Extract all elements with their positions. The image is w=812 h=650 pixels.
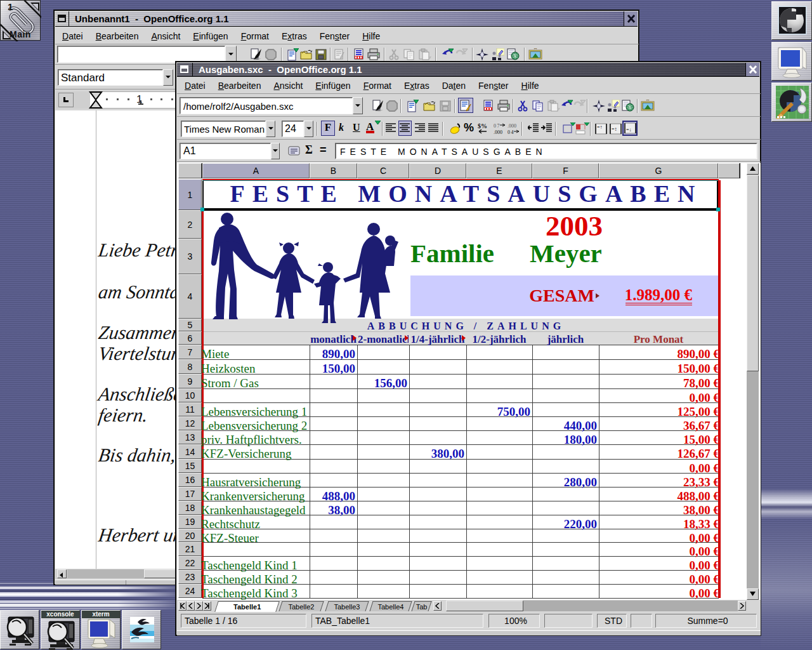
svg-text:=↓: =↓ — [626, 127, 632, 133]
svg-text:=↑: =↑ — [597, 124, 603, 130]
svg-text:$%: $% — [478, 123, 487, 129]
svg-text:0 7: 0 7 — [494, 123, 500, 129]
svg-text:0 4: 0 4 — [508, 129, 514, 135]
svg-text:=↕: =↕ — [612, 126, 617, 132]
svg-text:.000: .000 — [494, 129, 502, 135]
svg-text:.000: .000 — [508, 123, 516, 129]
